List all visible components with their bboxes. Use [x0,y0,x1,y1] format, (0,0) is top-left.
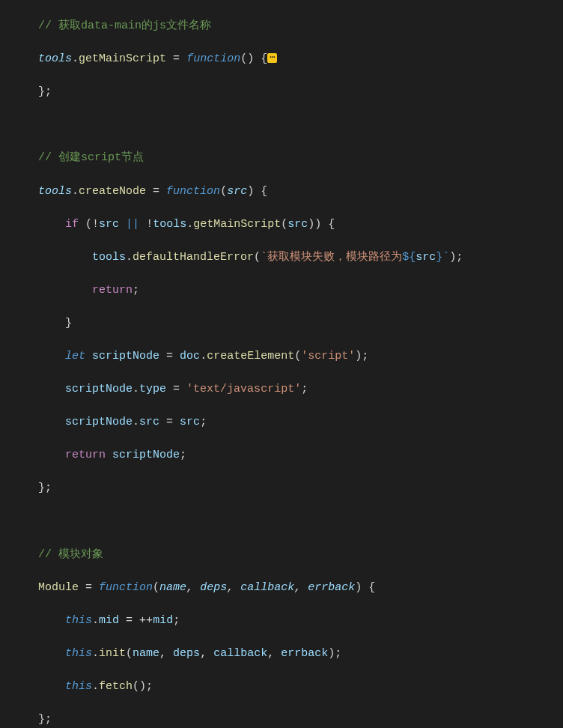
code-line: tools.createNode = function(src) { [0,183,563,200]
code-line: }; [0,480,563,497]
code-line: scriptNode.src = src; [0,414,563,431]
code-line: tools.getMainScript = function() {⋯ [0,51,563,67]
code-line: scriptNode.type = 'text/javascript'; [0,381,563,398]
code-line: this.init(name, deps, callback, errback)… [0,646,563,662]
code-line: this.fetch(); [0,679,563,695]
code-line: this.mid = ++mid; [0,613,563,629]
code-line: tools.defaultHandleError(`获取模块失败，模块路径为${… [0,249,563,266]
code-line [0,117,563,133]
code-line: return; [0,282,563,299]
comment: // 获取data-main的js文件名称 [38,19,211,32]
code-line: }; [0,712,563,728]
code-line: // 获取data-main的js文件名称 [0,18,563,34]
fold-icon[interactable]: ⋯ [267,53,277,63]
code-line: if (!src || !tools.getMainScript(src)) { [0,216,563,233]
code-line: Module = function(name, deps, callback, … [0,580,563,596]
code-line: } [0,315,563,332]
code-line: // 模块对象 [0,547,563,563]
code-line [0,513,563,530]
code-line: return scriptNode; [0,447,563,464]
code-line: let scriptNode = doc.createElement('scri… [0,348,563,365]
code-editor: // 获取data-main的js文件名称 tools.getMainScrip… [0,0,563,728]
code-line: }; [0,84,563,100]
comment: // 创建script节点 [38,151,144,164]
code-line: // 创建script节点 [0,150,563,166]
comment: // 模块对象 [38,548,103,561]
